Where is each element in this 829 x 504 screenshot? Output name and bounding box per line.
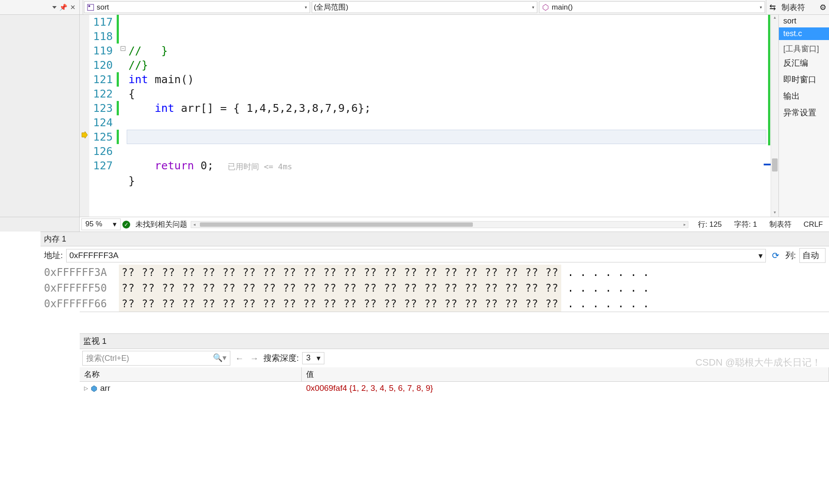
code-area[interactable]: // } //} int main() { int arr[] = { 1,4,… bbox=[127, 15, 766, 217]
watch-row[interactable]: ▷ arr 0x0069faf4 {1, 2, 3, 4, 5, 6, 7, 8… bbox=[80, 382, 829, 395]
memory-ascii: . . . . . . . bbox=[567, 265, 649, 280]
eol-mode[interactable]: CRLF bbox=[804, 220, 823, 229]
chevron-down-icon: ▾ bbox=[317, 353, 320, 363]
current-line-arrow-icon bbox=[81, 131, 88, 138]
change-indicator-right bbox=[766, 15, 771, 217]
address-label: 地址: bbox=[44, 250, 63, 261]
scope-dropdown-label: sort bbox=[97, 3, 305, 12]
memory-row: 0xFFFFFF50 ?? ?? ?? ?? ?? ?? ?? ?? ?? ??… bbox=[40, 280, 829, 296]
global-scope-label: (全局范围) bbox=[314, 2, 532, 12]
check-icon: ✓ bbox=[122, 221, 130, 228]
memory-address: 0xFFFFFF3A bbox=[44, 265, 119, 280]
function-dropdown-label: main() bbox=[552, 3, 760, 12]
zoom-dropdown[interactable]: 95 % ▾ bbox=[81, 218, 121, 230]
breadcrumb-file[interactable]: test.c bbox=[779, 27, 829, 40]
cursor-line[interactable]: 行: 125 bbox=[698, 219, 722, 229]
code-editor: 117118119120121122123124125126127 − // }… bbox=[80, 15, 779, 217]
swap-panes-button[interactable]: ⇆ bbox=[766, 0, 779, 14]
perf-hint: 已用时间 <= 4ms bbox=[214, 162, 292, 171]
memory-address: 0xFFFFFF66 bbox=[44, 296, 119, 312]
zoom-value: 95 % bbox=[85, 220, 102, 229]
chevron-down-icon: ▾ bbox=[758, 251, 763, 261]
scroll-left-icon[interactable]: ◂ bbox=[191, 222, 197, 228]
top-navigation-strip: 📌 ✕ sort ▾ (全局范围) ▾ main() ▾ ⇆ 制表符 ⚙ bbox=[0, 0, 829, 15]
search-placeholder: 搜索(Ctrl+E) bbox=[86, 353, 129, 363]
columns-dropdown[interactable]: 自动 bbox=[799, 248, 826, 263]
refresh-icon[interactable]: ⟳ bbox=[769, 250, 782, 261]
chevron-down-icon: ▾ bbox=[760, 5, 762, 10]
fold-toggle[interactable]: − bbox=[121, 46, 125, 51]
vertical-scrollbar[interactable]: ▴ ▾ bbox=[771, 15, 778, 217]
memory-ascii: . . . . . . . bbox=[567, 296, 649, 312]
search-depth-dropdown[interactable]: 3 ▾ bbox=[302, 352, 324, 364]
line-number-gutter: 117118119120121122123124125126127 bbox=[89, 15, 116, 217]
watch-var-name: arr bbox=[100, 383, 110, 393]
editor-status-bar: 95 % ▾ ✓ 未找到相关问题 ◂ ▸ 行: 125 字符: 1 制表符 CR… bbox=[0, 217, 829, 232]
memory-panel-title: 内存 1 bbox=[40, 232, 829, 246]
svg-rect-1 bbox=[88, 5, 90, 7]
watch-col-value[interactable]: 值 bbox=[302, 367, 829, 381]
watch-var-value: 0x0069faf4 {1, 2, 3, 4, 5, 6, 7, 8, 9} bbox=[302, 382, 829, 395]
global-scope-dropdown[interactable]: (全局范围) ▾ bbox=[312, 1, 538, 13]
toolwin-disassembly[interactable]: 反汇编 bbox=[779, 55, 829, 71]
chevron-down-icon: ▾ bbox=[532, 5, 534, 10]
scroll-down-icon[interactable]: ▾ bbox=[771, 210, 778, 217]
method-icon bbox=[541, 3, 550, 12]
solution-explorer-header: 📌 ✕ bbox=[0, 0, 80, 14]
watch-header-row: 名称 值 bbox=[80, 367, 829, 382]
address-value: 0xFFFFFF3A bbox=[69, 251, 118, 261]
horizontal-scrollbar[interactable]: ◂ ▸ bbox=[191, 221, 688, 228]
dropdown-icon[interactable] bbox=[52, 6, 57, 9]
expand-icon[interactable]: ▷ bbox=[84, 385, 88, 391]
solution-explorer-pane bbox=[0, 15, 80, 217]
toolwin-immediate[interactable]: 即时窗口 bbox=[779, 71, 829, 88]
toolwin-output[interactable]: 输出 bbox=[779, 88, 829, 104]
search-depth-label: 搜索深度: bbox=[263, 353, 299, 364]
scroll-up-icon[interactable]: ▴ bbox=[771, 15, 778, 22]
memory-ascii: . . . . . . . bbox=[567, 280, 649, 296]
memory-panel: 内存 1 地址: 0xFFFFFF3A ▾ ⟳ 列: 自动 0xFFFFFF3A… bbox=[40, 232, 829, 312]
change-indicator-left bbox=[116, 15, 120, 217]
scroll-thumb[interactable] bbox=[772, 158, 778, 171]
breakpoint-gutter[interactable] bbox=[80, 15, 89, 217]
scroll-right-icon[interactable]: ▸ bbox=[682, 222, 688, 228]
variable-icon bbox=[91, 385, 98, 392]
function-dropdown[interactable]: main() ▾ bbox=[539, 1, 765, 13]
module-icon bbox=[86, 3, 95, 12]
search-depth-value: 3 bbox=[306, 353, 310, 363]
right-tool-window: sort test.c [工具窗口] 反汇编 即时窗口 输出 异常设置 bbox=[779, 15, 829, 217]
watch-panel-title: 监视 1 bbox=[80, 334, 829, 349]
tool-window-section: [工具窗口] bbox=[779, 40, 829, 55]
close-icon[interactable]: ✕ bbox=[70, 3, 76, 11]
search-prev-button[interactable]: ← bbox=[234, 353, 245, 364]
breadcrumb-sort[interactable]: sort bbox=[779, 15, 829, 27]
watch-search-input[interactable]: 搜索(Ctrl+E) 🔍▾ bbox=[82, 351, 230, 366]
chevron-down-icon: ▾ bbox=[305, 5, 307, 10]
watermark: CSDN @聪根大牛成长日记！ bbox=[695, 356, 821, 369]
address-input[interactable]: 0xFFFFFF3A ▾ bbox=[66, 249, 765, 262]
cursor-char[interactable]: 字符: 1 bbox=[734, 219, 757, 229]
chevron-down-icon: ▾ bbox=[113, 220, 117, 229]
watch-col-name[interactable]: 名称 bbox=[80, 367, 302, 381]
gear-icon[interactable]: ⚙ bbox=[819, 3, 826, 12]
fold-gutter[interactable]: − bbox=[120, 15, 127, 217]
memory-bytes: ?? ?? ?? ?? ?? ?? ?? ?? ?? ?? ?? ?? ?? ?… bbox=[119, 265, 561, 280]
scope-dropdown[interactable]: sort ▾ bbox=[84, 1, 310, 13]
right-panel-header: 制表符 ⚙ bbox=[779, 0, 829, 14]
right-panel-title: 制表符 bbox=[782, 2, 805, 13]
memory-bytes: ?? ?? ?? ?? ?? ?? ?? ?? ?? ?? ?? ?? ?? ?… bbox=[119, 280, 561, 296]
columns-label: 列: bbox=[785, 250, 796, 261]
search-next-button[interactable]: → bbox=[249, 353, 260, 364]
current-line-highlight bbox=[127, 130, 766, 144]
pin-icon[interactable]: 📌 bbox=[59, 3, 67, 11]
toolwin-exception[interactable]: 异常设置 bbox=[779, 104, 829, 121]
memory-row: 0xFFFFFF3A ?? ?? ?? ?? ?? ?? ?? ?? ?? ??… bbox=[40, 265, 829, 280]
memory-bytes: ?? ?? ?? ?? ?? ?? ?? ?? ?? ?? ?? ?? ?? ?… bbox=[119, 296, 561, 312]
indent-mode[interactable]: 制表符 bbox=[769, 219, 792, 229]
scroll-thumb[interactable] bbox=[200, 222, 473, 227]
search-icon[interactable]: 🔍▾ bbox=[213, 353, 226, 363]
memory-row: 0xFFFFFF66 ?? ?? ?? ?? ?? ?? ?? ?? ?? ??… bbox=[40, 296, 829, 312]
no-issues-label[interactable]: 未找到相关问题 bbox=[135, 219, 187, 229]
memory-address: 0xFFFFFF50 bbox=[44, 280, 119, 296]
